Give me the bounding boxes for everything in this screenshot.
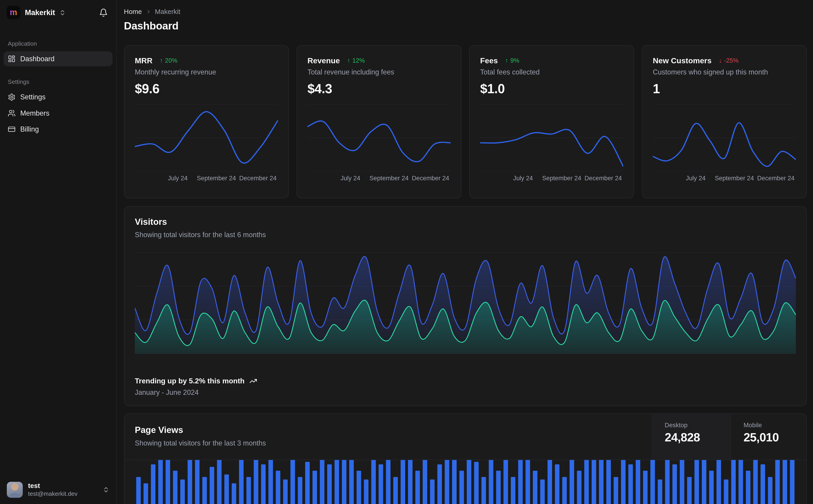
tab-desktop[interactable]: Desktop 24,828 bbox=[652, 414, 731, 460]
x-tick: December 24 bbox=[757, 175, 794, 182]
customers-sparkline-chart[interactable] bbox=[653, 104, 796, 172]
x-tick: September 24 bbox=[370, 175, 409, 182]
mrr-sparkline-chart[interactable] bbox=[135, 104, 278, 172]
sidebar-item-label: Billing bbox=[20, 125, 39, 133]
gear-icon bbox=[8, 93, 16, 101]
stat-delta-badge: ↑20% bbox=[160, 57, 177, 64]
arrow-up-icon: ↑ bbox=[505, 57, 508, 64]
x-axis-ticks: July 24 September 24 December 24 bbox=[480, 175, 623, 182]
workspace-logo-letter: m bbox=[10, 8, 17, 16]
sidebar-item-label: Dashboard bbox=[20, 55, 54, 63]
workspace-name[interactable]: Makerkit bbox=[25, 8, 55, 16]
page-views-subtitle: Showing total visitors for the last 3 mo… bbox=[135, 439, 641, 447]
stat-card-mrr: MRR ↑20% Monthly recurring revenue $9.6 … bbox=[124, 45, 289, 198]
stat-subtitle: Total revenue including fees bbox=[307, 68, 450, 76]
workspace-switcher[interactable]: m Makerkit bbox=[0, 0, 116, 24]
x-tick: July 24 bbox=[168, 175, 187, 182]
stat-delta-value: 20% bbox=[165, 57, 177, 64]
visitors-title: Visitors bbox=[135, 217, 796, 227]
x-tick: July 24 bbox=[686, 175, 706, 182]
x-axis-ticks: July 24 September 24 December 24 bbox=[307, 175, 450, 182]
x-tick: December 24 bbox=[239, 175, 277, 182]
sidebar-item-settings[interactable]: Settings bbox=[4, 90, 112, 105]
x-tick: December 24 bbox=[584, 175, 622, 182]
stat-delta-value: 12% bbox=[352, 57, 365, 64]
page-views-bar-chart[interactable] bbox=[135, 460, 796, 504]
sidebar-nav-settings: Settings Members Billing bbox=[0, 90, 116, 137]
stat-card-revenue: Revenue ↑12% Total revenue including fee… bbox=[297, 45, 461, 198]
visitors-period: January - June 2024 bbox=[135, 388, 796, 396]
tab-mobile-label: Mobile bbox=[744, 422, 806, 429]
breadcrumb-home[interactable]: Home bbox=[124, 8, 142, 16]
stat-card-fees: Fees ↑9% Total fees collected $1.0 July … bbox=[469, 45, 634, 198]
stat-subtitle: Total fees collected bbox=[480, 68, 623, 76]
bell-icon bbox=[99, 8, 108, 17]
sidebar-item-label: Members bbox=[20, 109, 49, 117]
trending-up-icon bbox=[249, 377, 257, 385]
stat-value: 1 bbox=[653, 81, 796, 96]
arrow-up-icon: ↑ bbox=[347, 57, 350, 64]
arrow-down-icon: ↓ bbox=[719, 57, 722, 64]
x-tick: September 24 bbox=[197, 175, 236, 182]
x-tick: September 24 bbox=[542, 175, 581, 182]
stat-card-new-customers: New Customers ↓-25% Customers who signed… bbox=[642, 45, 807, 198]
stat-delta-value: 9% bbox=[510, 57, 519, 64]
breadcrumb-current[interactable]: Makerkit bbox=[155, 8, 180, 16]
stat-value: $9.6 bbox=[135, 81, 278, 96]
page-views-card: Page Views Showing total visitors for th… bbox=[124, 413, 807, 504]
visitors-area-chart[interactable] bbox=[135, 252, 796, 354]
tab-desktop-label: Desktop bbox=[665, 422, 731, 429]
sidebar-item-members[interactable]: Members bbox=[4, 106, 112, 121]
x-axis-ticks: July 24 September 24 December 24 bbox=[653, 175, 796, 182]
app-root: m Makerkit Application Dashboard Setting… bbox=[0, 0, 813, 504]
tab-mobile[interactable]: Mobile 25,010 bbox=[731, 414, 806, 460]
sidebar-item-label: Settings bbox=[20, 93, 45, 101]
chevron-right-icon bbox=[145, 9, 151, 15]
stat-subtitle: Monthly recurring revenue bbox=[135, 68, 278, 76]
stat-subtitle: Customers who signed up this month bbox=[653, 68, 796, 76]
visitors-card: Visitors Showing total visitors for the … bbox=[124, 206, 807, 406]
stat-delta-badge: ↑9% bbox=[505, 57, 519, 64]
x-tick: December 24 bbox=[412, 175, 449, 182]
stat-value: $1.0 bbox=[480, 81, 623, 96]
workspace-logo[interactable]: m bbox=[7, 6, 20, 19]
user-name: test bbox=[28, 482, 77, 490]
visitors-subtitle: Showing total visitors for the last 6 mo… bbox=[135, 231, 796, 239]
stat-title: New Customers bbox=[653, 56, 712, 65]
user-avatar bbox=[7, 482, 23, 498]
stat-value: $4.3 bbox=[307, 81, 450, 96]
stat-cards-row: MRR ↑20% Monthly recurring revenue $9.6 … bbox=[124, 45, 807, 198]
page-views-header: Page Views Showing total visitors for th… bbox=[124, 414, 806, 460]
stat-delta-badge: ↓-25% bbox=[719, 57, 739, 64]
stat-title: Revenue bbox=[307, 56, 340, 65]
dashboard-icon bbox=[8, 55, 16, 63]
users-icon bbox=[8, 109, 16, 117]
chevrons-up-down-icon bbox=[103, 486, 109, 493]
visitors-trend-text: Trending up by 5.2% this month bbox=[135, 377, 245, 385]
sidebar-item-dashboard[interactable]: Dashboard bbox=[4, 51, 112, 66]
notifications-button[interactable] bbox=[97, 6, 109, 18]
sidebar-item-billing[interactable]: Billing bbox=[4, 122, 112, 137]
user-email: test@makerkit.dev bbox=[28, 490, 77, 498]
arrow-up-icon: ↑ bbox=[160, 57, 163, 64]
x-tick: July 24 bbox=[513, 175, 533, 182]
page-title: Dashboard bbox=[124, 20, 807, 32]
nav-section-settings: Settings bbox=[0, 67, 116, 89]
breadcrumb: Home Makerkit bbox=[124, 8, 807, 16]
sidebar: m Makerkit Application Dashboard Setting… bbox=[0, 0, 117, 504]
stat-delta-badge: ↑12% bbox=[347, 57, 365, 64]
stat-title: MRR bbox=[135, 56, 152, 65]
nav-section-application: Application bbox=[0, 24, 116, 50]
page-views-title: Page Views bbox=[135, 425, 641, 435]
stat-delta-value: -25% bbox=[724, 57, 739, 64]
user-info: test test@makerkit.dev bbox=[28, 482, 77, 498]
tab-desktop-value: 24,828 bbox=[665, 430, 731, 444]
user-menu[interactable]: test test@makerkit.dev bbox=[0, 475, 116, 504]
x-tick: July 24 bbox=[341, 175, 360, 182]
sidebar-nav-application: Dashboard bbox=[0, 51, 116, 66]
fees-sparkline-chart[interactable] bbox=[480, 104, 623, 172]
chevrons-up-down-icon bbox=[59, 9, 66, 16]
x-tick: September 24 bbox=[715, 175, 754, 182]
revenue-sparkline-chart[interactable] bbox=[307, 104, 450, 172]
main-content: Home Makerkit Dashboard MRR ↑20% Monthly… bbox=[117, 0, 813, 504]
